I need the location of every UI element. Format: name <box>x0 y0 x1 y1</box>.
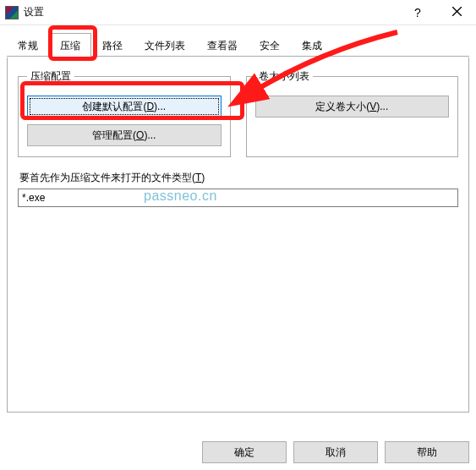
close-button[interactable] <box>437 0 476 25</box>
tab-paths[interactable]: 路径 <box>91 33 134 57</box>
cancel-button[interactable]: 取消 <box>293 441 378 463</box>
title-bar: 设置 ? <box>0 0 476 25</box>
group-compression-profiles: 压缩配置 创建默认配置(D)... 管理配置(O)... <box>18 69 231 157</box>
tab-panel: 压缩配置 创建默认配置(D)... 管理配置(O)... 卷大小列表 定义卷大小… <box>7 57 469 413</box>
filetype-input[interactable] <box>18 189 458 207</box>
tab-security[interactable]: 安全 <box>249 33 291 57</box>
tab-filelist[interactable]: 文件列表 <box>134 33 196 57</box>
ok-button[interactable]: 确定 <box>202 441 287 463</box>
group-compression-profiles-legend: 压缩配置 <box>27 69 74 84</box>
filetype-label: 要首先作为压缩文件来打开的文件类型(T) <box>19 171 458 185</box>
app-icon <box>5 6 19 19</box>
question-icon: ? <box>414 6 421 19</box>
define-volume-sizes-button[interactable]: 定义卷大小(V)... <box>255 96 450 118</box>
manage-profiles-button[interactable]: 管理配置(O)... <box>27 124 222 146</box>
window-buttons: ? <box>398 0 476 25</box>
tab-strip: 常规 压缩 路径 文件列表 查看器 安全 集成 <box>0 25 476 57</box>
tab-general[interactable]: 常规 <box>7 33 49 57</box>
group-volume-sizes-legend: 卷大小列表 <box>255 69 313 84</box>
create-default-profile-button[interactable]: 创建默认配置(D)... <box>27 96 222 118</box>
tab-viewer[interactable]: 查看器 <box>196 33 249 57</box>
group-volume-sizes: 卷大小列表 定义卷大小(V)... <box>246 69 459 157</box>
tab-integration[interactable]: 集成 <box>291 33 333 57</box>
dialog-footer: 确定 取消 帮助 <box>202 441 469 463</box>
tab-compression[interactable]: 压缩 <box>49 33 91 57</box>
help-button[interactable]: ? <box>398 0 437 25</box>
close-icon <box>452 7 462 19</box>
help-button-footer[interactable]: 帮助 <box>385 441 469 463</box>
window-title: 设置 <box>24 5 398 19</box>
